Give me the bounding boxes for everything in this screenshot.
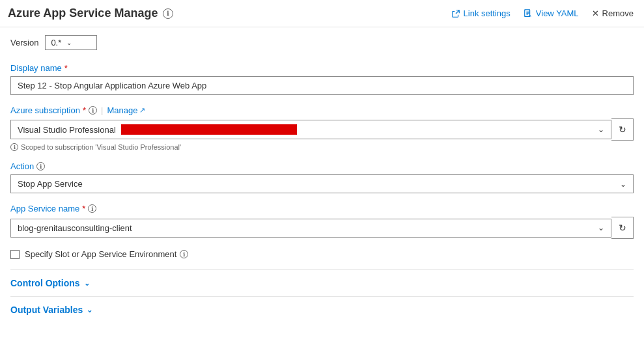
app-service-name-required: *	[82, 204, 85, 213]
subscription-redacted-value	[121, 124, 297, 135]
link-settings-icon	[451, 9, 460, 18]
version-value: 0.*	[51, 38, 61, 48]
display-name-label: Display name *	[10, 63, 634, 73]
control-options-section: Control Options ⌄	[10, 269, 634, 296]
control-options-label: Control Options	[10, 278, 80, 288]
app-service-select-row: blog-grenitausconsulting-client ⌄ ↻	[10, 217, 634, 239]
action-label-row: Action ℹ	[10, 161, 634, 171]
app-service-name-value: blog-grenitausconsulting-client	[18, 223, 132, 233]
header-right: Link settings View YAML ✕ Remove	[451, 8, 634, 18]
manage-link[interactable]: Manage ↗	[107, 105, 145, 115]
subscription-refresh-button[interactable]: ↻	[611, 118, 634, 141]
header-left: Azure App Service Manage ℹ	[8, 7, 173, 20]
action-value: Stop App Service	[18, 179, 83, 189]
subscription-chevron-icon: ⌄	[598, 125, 604, 134]
specify-slot-row: Specify Slot or App Service Environment …	[10, 249, 634, 259]
link-settings-label: Link settings	[464, 8, 511, 18]
header: Azure App Service Manage ℹ Link settings…	[0, 0, 644, 27]
version-row: Version 0.* ⌄	[10, 35, 634, 50]
scoped-subscription-text: ℹ Scoped to subscription 'Visual Studio …	[10, 143, 634, 151]
action-select[interactable]: Stop App Service ⌄	[10, 174, 634, 193]
action-chevron-icon: ⌄	[620, 180, 626, 189]
remove-button[interactable]: ✕ Remove	[592, 8, 634, 18]
manage-external-icon: ↗	[139, 106, 145, 115]
scoped-info-icon: ℹ	[10, 143, 18, 151]
output-variables-toggle[interactable]: Output Variables ⌄	[10, 305, 634, 315]
specify-slot-info-icon[interactable]: ℹ	[180, 250, 188, 258]
app-service-chevron-icon: ⌄	[598, 223, 604, 232]
view-yaml-button[interactable]: View YAML	[524, 8, 579, 18]
remove-icon: ✕	[592, 8, 599, 18]
display-name-required: *	[64, 63, 68, 73]
output-variables-label: Output Variables	[10, 305, 83, 315]
display-name-input[interactable]	[10, 76, 634, 95]
specify-slot-checkbox[interactable]	[10, 250, 20, 259]
link-settings-button[interactable]: Link settings	[451, 8, 511, 18]
version-select[interactable]: 0.* ⌄	[45, 35, 97, 50]
version-chevron-icon: ⌄	[66, 39, 72, 46]
version-label: Version	[10, 38, 38, 48]
remove-label: Remove	[602, 8, 634, 18]
control-options-toggle[interactable]: Control Options ⌄	[10, 278, 634, 288]
title-info-icon[interactable]: ℹ	[163, 8, 173, 19]
azure-subscription-info-icon[interactable]: ℹ	[89, 106, 97, 115]
azure-subscription-field-group: Azure subscription * ℹ | Manage ↗ Visual…	[10, 105, 634, 151]
control-options-chevron-icon: ⌄	[84, 279, 90, 288]
app-service-refresh-button[interactable]: ↻	[611, 217, 634, 239]
azure-subscription-pipe: |	[101, 105, 103, 115]
azure-subscription-select[interactable]: Visual Studio Professional ⌄	[10, 120, 611, 139]
specify-slot-label: Specify Slot or App Service Environment …	[25, 249, 188, 259]
action-info-icon[interactable]: ℹ	[36, 162, 45, 171]
view-yaml-label: View YAML	[536, 8, 579, 18]
app-service-name-select[interactable]: blog-grenitausconsulting-client ⌄	[10, 219, 611, 238]
yaml-icon	[524, 9, 533, 18]
subscription-select-row: Visual Studio Professional ⌄ ↻	[10, 118, 634, 141]
content: Version 0.* ⌄ Display name * Azure subsc…	[0, 27, 644, 331]
azure-subscription-label-row: Azure subscription * ℹ | Manage ↗	[10, 105, 634, 115]
output-variables-chevron-icon: ⌄	[87, 306, 92, 314]
action-field-group: Action ℹ Stop App Service ⌄	[10, 161, 634, 193]
display-name-field-group: Display name *	[10, 63, 634, 95]
app-service-name-info-icon[interactable]: ℹ	[88, 204, 96, 213]
app-service-name-field-group: App Service name * ℹ blog-grenitausconsu…	[10, 204, 634, 239]
azure-subscription-required: *	[83, 105, 86, 115]
output-variables-section: Output Variables ⌄	[10, 296, 634, 323]
subscription-text: Visual Studio Professional	[18, 125, 116, 135]
app-service-name-label-row: App Service name * ℹ	[10, 204, 634, 213]
app-service-refresh-icon: ↻	[619, 223, 626, 233]
refresh-icon: ↻	[619, 124, 626, 135]
page-title: Azure App Service Manage	[8, 7, 158, 20]
